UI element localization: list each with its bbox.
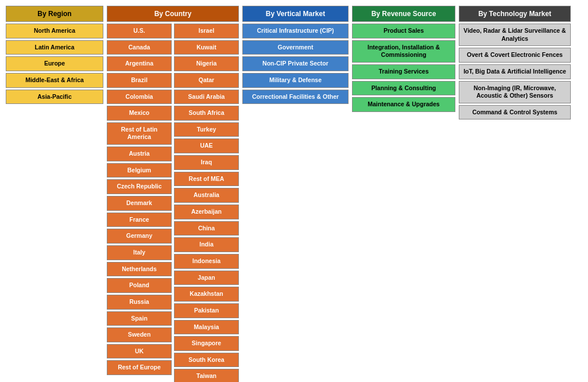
country-item: Italy (107, 245, 172, 260)
country-item: Turkey (174, 122, 239, 137)
country-item: Belgium (107, 163, 172, 178)
country-item: Iraq (174, 155, 239, 170)
revenue-item: Planning & Consulting (352, 81, 455, 96)
revenue-header: By Revenue Source (352, 6, 455, 22)
country-left: U.S. Canada Argentina Brazil Colombia Me… (107, 24, 172, 382)
country-inner: U.S. Canada Argentina Brazil Colombia Me… (107, 24, 239, 382)
country-item: UK (107, 344, 172, 359)
country-item: South Africa (174, 106, 239, 121)
country-item: Argentina (107, 56, 172, 71)
country-item: Japan (174, 271, 239, 285)
technology-header: By Technology Market (459, 6, 571, 22)
region-column: By Region North America Latin America Eu… (6, 6, 103, 382)
country-item: Rest of MEA (174, 172, 239, 187)
country-item: Russia (107, 295, 172, 310)
revenue-item: Integration, Installation & Commissionin… (352, 40, 455, 63)
region-item: North America (6, 24, 103, 38)
country-item: Rest of Latin America (107, 122, 172, 145)
main-table: By Region North America Latin America Eu… (6, 6, 582, 382)
country-right: Israel Kuwait Nigeria Qatar Saudi Arabia… (174, 24, 239, 382)
country-item: India (174, 237, 239, 252)
vertical-header: By Vertical Market (242, 6, 349, 22)
country-column: By Country U.S. Canada Argentina Brazil … (107, 6, 239, 382)
country-item: Israel (174, 24, 239, 38)
country-item: Saudi Arabia (174, 90, 239, 105)
technology-column: By Technology Market Video, Radar & Lida… (459, 6, 571, 382)
technology-item: Command & Control Systems (459, 105, 571, 120)
country-item: Denmark (107, 196, 172, 211)
country-item: Malaysia (174, 320, 239, 335)
revenue-item: Training Services (352, 64, 455, 79)
vertical-item: Military & Defense (242, 73, 349, 88)
country-item: Germany (107, 229, 172, 244)
country-item: Kazakhstan (174, 287, 239, 302)
country-item: Austria (107, 146, 172, 161)
country-item: U.S. (107, 24, 172, 38)
vertical-item: Critical Infrastructure (CIP) (242, 24, 349, 38)
country-item: China (174, 221, 239, 236)
country-item: Azerbaijan (174, 204, 239, 219)
country-item: Singapore (174, 336, 239, 351)
country-item: Indonesia (174, 254, 239, 269)
technology-item: Non-Imaging (IR, Microwave, Acoustic & O… (459, 81, 571, 103)
vertical-column: By Vertical Market Critical Infrastructu… (242, 6, 349, 382)
vertical-item: Correctional Facilities & Other (242, 90, 349, 105)
country-item: Brazil (107, 73, 172, 88)
region-item: Europe (6, 56, 103, 71)
country-item: Poland (107, 278, 172, 293)
country-item: Canada (107, 40, 172, 55)
country-header: By Country (107, 6, 239, 22)
country-item: Pakistan (174, 303, 239, 318)
country-item: Netherlands (107, 262, 172, 277)
country-item: Kuwait (174, 40, 239, 55)
country-item: France (107, 213, 172, 227)
country-item: South Korea (174, 353, 239, 368)
region-header: By Region (6, 6, 103, 22)
country-item: Australia (174, 188, 239, 203)
country-item: Sweden (107, 327, 172, 342)
country-item: Spain (107, 311, 172, 326)
vertical-item: Government (242, 40, 349, 55)
technology-item: Video, Radar & Lidar Surveillance & Anal… (459, 24, 571, 46)
country-item: Taiwan (174, 369, 239, 382)
country-item: Czech Republic (107, 179, 172, 194)
vertical-item: Non-CIP Private Sector (242, 56, 349, 71)
technology-item: IoT, Big Data & Artificial Intelligence (459, 64, 571, 79)
region-item: Latin America (6, 40, 103, 55)
country-item: Qatar (174, 73, 239, 88)
region-item: Middle-East & Africa (6, 73, 103, 88)
country-item: Mexico (107, 106, 172, 121)
region-item: Asia-Pacific (6, 90, 103, 105)
country-item: Colombia (107, 90, 172, 105)
revenue-item: Maintenance & Upgrades (352, 97, 455, 112)
revenue-column: By Revenue Source Product Sales Integrat… (352, 6, 455, 382)
country-item: UAE (174, 138, 239, 153)
revenue-item: Product Sales (352, 24, 455, 38)
country-item: Rest of Europe (107, 360, 172, 375)
country-item: Nigeria (174, 56, 239, 71)
technology-item: Overt & Covert Electronic Fences (459, 48, 571, 63)
